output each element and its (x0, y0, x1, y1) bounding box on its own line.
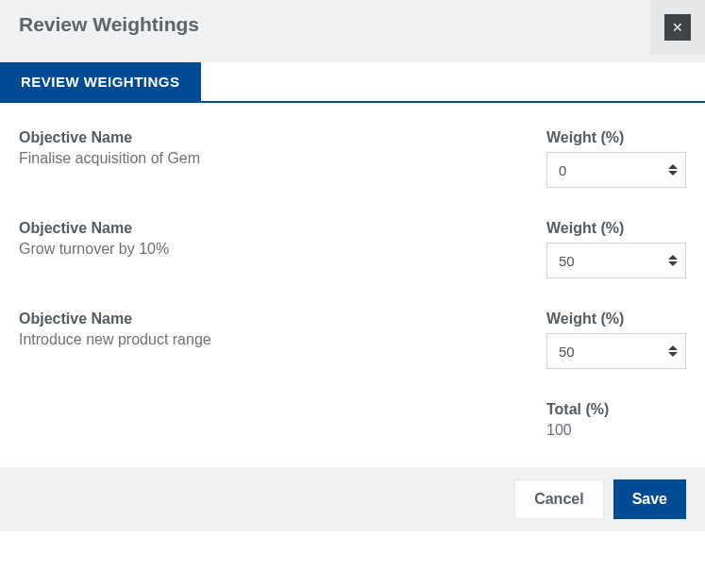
objective-name-label: Objective Name (19, 129, 518, 146)
save-button[interactable]: Save (613, 479, 686, 519)
weight-label: Weight (%) (546, 129, 686, 146)
total-block: Total (%) 100 (546, 401, 686, 439)
objective-left: Objective Name Finalise acquisition of G… (19, 129, 546, 188)
close-icon: ✕ (672, 21, 683, 34)
tab-review-weightings[interactable]: REVIEW WEIGHTINGS (0, 62, 201, 101)
dialog-content: Objective Name Finalise acquisition of G… (0, 103, 705, 467)
total-label: Total (%) (546, 401, 686, 418)
close-button[interactable]: ✕ (664, 14, 691, 41)
objective-left: Objective Name Grow turnover by 10% (19, 220, 546, 278)
dialog-title: Review Weightings (19, 13, 686, 36)
review-weightings-dialog: Review Weightings ✕ REVIEW WEIGHTINGS Ob… (0, 0, 705, 531)
close-button-wrap: ✕ (650, 0, 705, 55)
objective-left: Objective Name Introduce new product ran… (19, 311, 546, 369)
objective-right: Weight (%) (546, 220, 686, 278)
weight-input-wrap (546, 152, 686, 188)
objective-name-value: Finalise acquisition of Gem (19, 150, 518, 167)
objective-row: Objective Name Finalise acquisition of G… (19, 129, 686, 188)
objective-name-label: Objective Name (19, 311, 518, 328)
weight-label: Weight (%) (546, 220, 686, 237)
weight-input[interactable] (546, 152, 686, 188)
dialog-footer: Cancel Save (0, 467, 705, 531)
objective-name-label: Objective Name (19, 220, 518, 237)
weight-label: Weight (%) (546, 311, 686, 328)
weight-input-wrap (546, 243, 686, 278)
cancel-button[interactable]: Cancel (514, 479, 603, 519)
weight-input-wrap (546, 333, 686, 369)
tab-bar: REVIEW WEIGHTINGS (0, 62, 705, 103)
total-value: 100 (546, 422, 686, 439)
weight-input[interactable] (546, 243, 686, 278)
objective-name-value: Introduce new product range (19, 331, 518, 348)
dialog-header: Review Weightings ✕ (0, 0, 705, 62)
objective-name-value: Grow turnover by 10% (19, 241, 518, 258)
objective-row: Objective Name Introduce new product ran… (19, 311, 686, 369)
total-row: Total (%) 100 (19, 401, 686, 439)
weight-input[interactable] (546, 333, 686, 369)
objective-row: Objective Name Grow turnover by 10% Weig… (19, 220, 686, 278)
objective-right: Weight (%) (546, 129, 686, 188)
objective-right: Weight (%) (546, 311, 686, 369)
